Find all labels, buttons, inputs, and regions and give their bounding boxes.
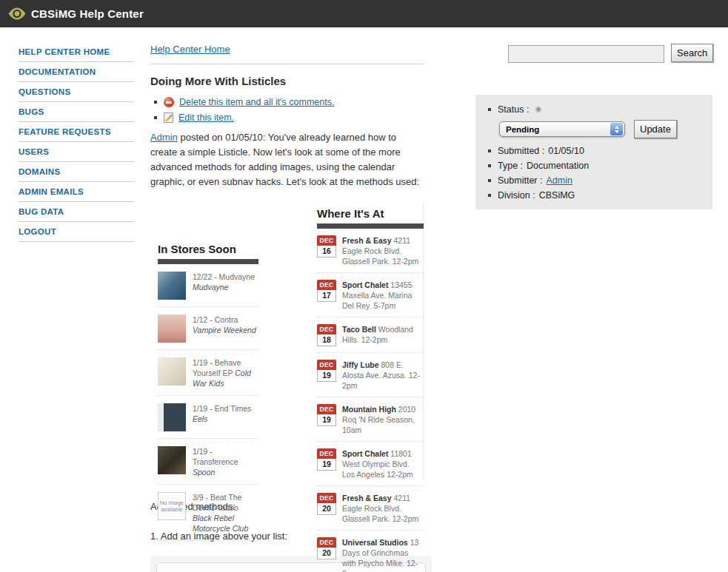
no-image-label: No image available bbox=[158, 499, 185, 513]
sidebar-item-link[interactable]: HELP CENTER HOME bbox=[19, 47, 134, 57]
in-stores-title: In Stores Soon bbox=[158, 243, 258, 255]
status-select[interactable]: Pending bbox=[499, 121, 625, 137]
album-art-icon bbox=[158, 272, 186, 300]
info-field-row: Type : Documentation bbox=[488, 161, 712, 171]
calendar-item-text: Taco Bell Woodland Hills. 12-2pm bbox=[342, 324, 424, 346]
calendar-item: DEC 19 Sport Chalet 11801 West Olympic B… bbox=[317, 442, 424, 486]
store-item: 12/22 - Mudvayne Mudvayne bbox=[158, 264, 258, 307]
main-content: Help Center Home Doing More With Listicl… bbox=[150, 42, 424, 572]
bullet-icon bbox=[154, 101, 157, 104]
album-art-icon: No image available bbox=[158, 492, 186, 520]
sidebar-item[interactable]: QUESTIONS bbox=[19, 82, 134, 102]
sidebar-item-link[interactable]: QUESTIONS bbox=[19, 87, 134, 97]
sidebar-item-link[interactable]: BUGS bbox=[19, 107, 134, 117]
info-field-row: Submitted : 01/05/10 bbox=[488, 146, 712, 156]
top-bar: CBSiMG Help Center bbox=[0, 0, 728, 27]
info-field-label: Type : bbox=[498, 161, 523, 171]
sidebar-item-link[interactable]: BUG DATA bbox=[19, 207, 134, 217]
calendar-day: 19 bbox=[317, 414, 336, 426]
calendar-day: 19 bbox=[317, 370, 336, 382]
sidebar-item-link[interactable]: USERS bbox=[19, 147, 134, 157]
calendar-item-text: Universal Studios 13 Days of Grinchmas w… bbox=[342, 537, 424, 572]
store-item-text: 1/19 - Behave Yourself EP Cold War Kids bbox=[193, 357, 258, 388]
calendar-item: DEC 16 Fresh & Easy 4211 Eagle Rock Blvd… bbox=[317, 229, 424, 273]
calendar-item: DEC 17 Sport Chalet 13455 Maxella Ave. M… bbox=[317, 273, 424, 317]
calendar-item: DEC 19 Jiffy Lube 808 E. Alosta Ave. Azu… bbox=[317, 353, 424, 397]
calendar-item-text: Sport Chalet 13455 Maxella Ave. Marina D… bbox=[342, 280, 424, 311]
action-link[interactable]: Delete this item and all it's comments. bbox=[179, 97, 334, 107]
sidebar-item[interactable]: FEATURE REQUESTS bbox=[19, 122, 134, 142]
select-stepper-icon bbox=[610, 123, 623, 135]
title-bar bbox=[158, 259, 258, 264]
status-label: Status : bbox=[498, 104, 529, 115]
calendar-day: 16 bbox=[317, 246, 336, 258]
sidebar-item[interactable]: HELP CENTER HOME bbox=[19, 42, 134, 62]
sidebar-item[interactable]: ADMIN EMAILS bbox=[19, 182, 134, 202]
app-title: CBSiMG Help Center bbox=[31, 7, 144, 20]
bullet-icon bbox=[488, 149, 491, 152]
info-field-value: 01/05/10 bbox=[548, 146, 584, 156]
sidebar-item-link[interactable]: FEATURE REQUESTS bbox=[19, 127, 134, 137]
sidebar-item[interactable]: DOMAINS bbox=[19, 162, 134, 182]
store-item: 1/19 - Transference Spoon bbox=[158, 439, 258, 485]
info-field-value: Documentation bbox=[527, 161, 589, 171]
sidebar-item[interactable]: BUG DATA bbox=[19, 202, 134, 222]
action-icon bbox=[164, 112, 173, 123]
calendar-item-text: Jiffy Lube 808 E. Alosta Ave. Azusa. 12-… bbox=[342, 360, 424, 391]
search-area: Search bbox=[508, 45, 713, 63]
sidebar-item[interactable]: BUGS bbox=[19, 102, 134, 122]
calendar-day: 19 bbox=[317, 459, 336, 471]
where-its-at-column: Where It's At DEC 16 Fresh & Easy 4211 E… bbox=[317, 207, 424, 572]
sidebar-item-link[interactable]: LOGOUT bbox=[19, 227, 134, 237]
sidebar-item[interactable]: USERS bbox=[19, 142, 134, 162]
info-field-row: Division : CBSiMG bbox=[488, 190, 712, 201]
info-field-label: Submitted : bbox=[498, 146, 544, 156]
post-text: posted on 01/05/10: You've already learn… bbox=[150, 132, 419, 187]
where-its-at-title: Where It's At bbox=[317, 207, 424, 220]
bullet-icon bbox=[488, 179, 491, 182]
store-item: 1/19 - End Times Eels bbox=[158, 396, 258, 439]
search-input[interactable] bbox=[508, 45, 664, 63]
action-row: Edit this item. bbox=[150, 112, 424, 123]
calendar-item: DEC 20 Fresh & Easy 4211 Eagle Rock Blvd… bbox=[317, 486, 424, 531]
item-info-panel: Status : Pending Update Submitted : 01/0… bbox=[475, 95, 712, 209]
sidebar-item-link[interactable]: DOMAINS bbox=[19, 167, 134, 177]
calendar-item-text: Sport Chalet 11801 West Olympic Blvd. Lo… bbox=[342, 448, 424, 480]
listicle-image: In Stores Soon 12/22 - Mudvayne Mudvayne… bbox=[150, 203, 424, 480]
status-indicator-icon bbox=[535, 107, 541, 112]
action-link[interactable]: Edit this item. bbox=[178, 112, 234, 123]
info-field-value[interactable]: Admin bbox=[546, 175, 572, 186]
calendar-month: DEC bbox=[317, 235, 336, 246]
sidebar-nav: HELP CENTER HOME DOCUMENTATION QUESTIONS… bbox=[19, 42, 134, 242]
calendar-date-icon: DEC 20 bbox=[317, 493, 336, 524]
title-bar bbox=[317, 223, 424, 229]
bullet-icon bbox=[488, 108, 491, 111]
sidebar-item-link[interactable]: ADMIN EMAILS bbox=[19, 187, 134, 197]
calendar-date-icon: DEC 18 bbox=[317, 324, 336, 346]
status-select-value: Pending bbox=[500, 125, 539, 134]
author-link[interactable]: Admin bbox=[150, 132, 178, 143]
sidebar-item-link[interactable]: DOCUMENTATION bbox=[19, 67, 134, 77]
store-item: No image available 3/9 - Beat The Devil'… bbox=[158, 485, 258, 541]
store-item-text: 3/9 - Beat The Devil's Tattoo Black Rebe… bbox=[193, 492, 258, 534]
store-item-text: 1/19 - Transference Spoon bbox=[193, 446, 258, 477]
breadcrumb: Help Center Home bbox=[150, 42, 424, 55]
store-item-text: 1/19 - End Times Eels bbox=[193, 403, 258, 431]
store-item-text: 12/22 - Mudvayne Mudvayne bbox=[193, 272, 258, 300]
info-field-label: Division : bbox=[498, 190, 535, 201]
calendar-day: 17 bbox=[317, 290, 336, 302]
breadcrumb-home-link[interactable]: Help Center Home bbox=[150, 44, 230, 55]
calendar-month: DEC bbox=[317, 448, 336, 459]
sidebar-item[interactable]: DOCUMENTATION bbox=[19, 62, 134, 82]
post-body: Admin posted on 01/05/10: You've already… bbox=[150, 130, 424, 189]
update-button[interactable]: Update bbox=[634, 120, 677, 138]
action-row: Delete this item and all it's comments. bbox=[150, 97, 424, 107]
calendar-item: DEC 18 Taco Bell Woodland Hills. 12-2pm bbox=[317, 317, 424, 353]
calendar-item-text: Mountain High 2010 Roq 'N Ride Season. 1… bbox=[342, 404, 424, 435]
sidebar-item[interactable]: LOGOUT bbox=[19, 222, 134, 242]
calendar-date-icon: DEC 17 bbox=[317, 280, 336, 311]
calendar-item: DEC 20 Universal Studios 13 Days of Grin… bbox=[317, 531, 424, 572]
calendar-month: DEC bbox=[317, 280, 336, 290]
calendar-day: 20 bbox=[317, 503, 336, 515]
search-button[interactable]: Search bbox=[671, 44, 713, 62]
